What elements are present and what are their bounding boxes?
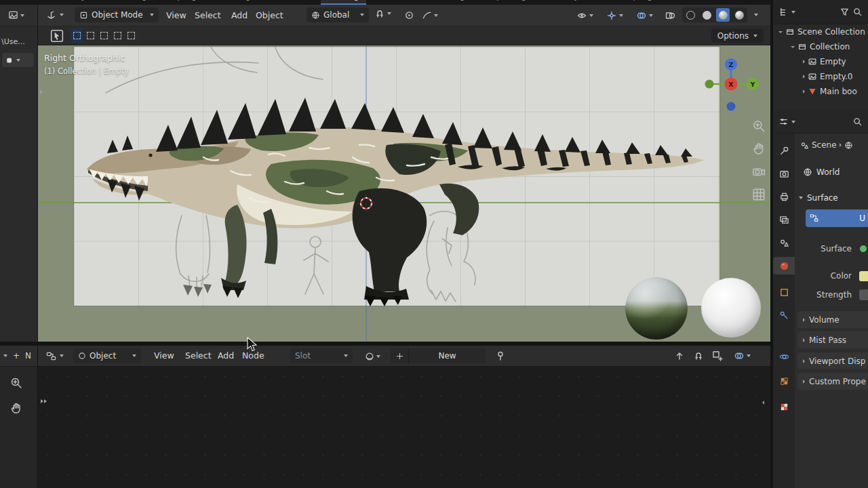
collapse-region-arrow[interactable] bbox=[762, 401, 764, 405]
outliner-row-main-body[interactable]: Main boo bbox=[773, 84, 868, 99]
add-material-button[interactable] bbox=[391, 348, 409, 363]
shader-overlays-dropdown[interactable] bbox=[734, 350, 751, 361]
outliner-row-empty[interactable]: Empty bbox=[773, 54, 868, 69]
tab-modifiers[interactable] bbox=[773, 306, 795, 324]
camera-view-icon[interactable] bbox=[751, 164, 766, 179]
shading-solid-button[interactable] bbox=[700, 8, 713, 22]
outliner-editor-icon[interactable] bbox=[778, 7, 789, 17]
toggle-xray-button[interactable] bbox=[665, 10, 675, 21]
shader-menu-view[interactable]: View bbox=[151, 346, 178, 366]
tab-scene[interactable] bbox=[773, 234, 795, 251]
editor-divider-vertical[interactable] bbox=[770, 0, 773, 488]
menu-object[interactable]: Object bbox=[252, 5, 287, 26]
shading-wireframe-button[interactable] bbox=[684, 8, 697, 22]
expander-icon[interactable] bbox=[791, 46, 795, 48]
editor-type-dropdown[interactable] bbox=[43, 7, 66, 22]
strength-row[interactable]: Strength bbox=[795, 287, 868, 303]
proportional-editing-toggle[interactable] bbox=[404, 10, 414, 20]
tab-object[interactable] bbox=[773, 283, 795, 301]
shader-editor-type-dropdown[interactable] bbox=[43, 348, 66, 363]
object-visibility-dropdown[interactable] bbox=[576, 10, 593, 21]
tab-compositing[interactable]: Compositing bbox=[472, 0, 534, 5]
shading-rendered-button[interactable] bbox=[732, 8, 746, 22]
tab-uv-editing[interactable]: UV Editing bbox=[204, 0, 258, 5]
panel-custom-properties[interactable]: Custom Prope bbox=[797, 373, 868, 390]
tab-tool[interactable] bbox=[773, 142, 795, 159]
tab-sculpting[interactable]: Sculpting bbox=[154, 0, 203, 5]
tab-render[interactable] bbox=[773, 165, 795, 182]
browse-material-dropdown[interactable] bbox=[365, 352, 380, 361]
tab-geometry-nodes[interactable]: Geometry Nodes bbox=[534, 0, 612, 5]
left-panel-header[interactable] bbox=[0, 5, 37, 26]
tab-modeling[interactable]: Modeling bbox=[105, 0, 154, 5]
snap-dropdown[interactable] bbox=[374, 8, 391, 19]
viewport-canvas[interactable]: Right Orthographic (1) Collection | Empt… bbox=[38, 45, 770, 342]
tab-world[interactable] bbox=[773, 257, 795, 274]
select-mode-invert[interactable] bbox=[111, 28, 124, 43]
pin-icon[interactable] bbox=[495, 350, 506, 361]
show-gizmo-dropdown[interactable] bbox=[606, 10, 623, 21]
pan-hand-icon[interactable] bbox=[751, 141, 766, 156]
new-material-button[interactable]: New bbox=[409, 351, 486, 361]
world-id-selector[interactable]: World bbox=[795, 165, 868, 180]
grid-toggle-icon[interactable] bbox=[751, 187, 766, 202]
panel-volume[interactable]: Volume bbox=[797, 311, 868, 328]
surface-section-header[interactable]: Surface bbox=[795, 190, 868, 205]
editor-divider-horizontal[interactable] bbox=[0, 342, 770, 346]
show-overlays-dropdown[interactable] bbox=[636, 10, 653, 21]
proportional-falloff-dropdown[interactable] bbox=[422, 10, 438, 20]
parent-node-icon[interactable] bbox=[674, 350, 685, 361]
select-mode-new[interactable] bbox=[71, 28, 83, 43]
expander-icon[interactable] bbox=[803, 89, 805, 94]
tab-shading[interactable]: Shading bbox=[321, 0, 366, 5]
search-icon[interactable] bbox=[852, 7, 863, 17]
breadcrumb-scene[interactable]: Scene bbox=[812, 140, 837, 150]
tab-texture[interactable] bbox=[773, 398, 795, 415]
gizmo-y-negative[interactable] bbox=[705, 80, 714, 89]
outliner-row-collection[interactable]: Collection bbox=[773, 39, 868, 54]
snap-node-icon[interactable] bbox=[693, 350, 704, 361]
select-mode-subtract[interactable] bbox=[98, 28, 111, 43]
toolbar-expand-arrow[interactable] bbox=[40, 90, 43, 94]
shader-type-dropdown[interactable]: Object bbox=[73, 348, 141, 363]
shading-material-preview-button[interactable] bbox=[716, 8, 730, 22]
tab-scripting[interactable]: Scripting bbox=[612, 0, 660, 5]
strength-field[interactable] bbox=[859, 289, 868, 300]
tab-output[interactable] bbox=[773, 188, 795, 205]
tab-object-data[interactable] bbox=[773, 372, 795, 390]
color-row[interactable]: Color bbox=[795, 268, 868, 284]
brush-dropdown[interactable] bbox=[2, 53, 34, 67]
tab-view-layer[interactable] bbox=[773, 211, 795, 228]
search-icon[interactable] bbox=[852, 117, 863, 127]
expander-icon[interactable] bbox=[778, 31, 783, 33]
mode-dropdown[interactable]: Object Mode bbox=[75, 7, 159, 22]
left-bottom-header[interactable]: + N bbox=[0, 346, 37, 367]
dinosaur-model[interactable] bbox=[68, 83, 719, 306]
tab-texture-paint[interactable]: Texture Paint bbox=[258, 0, 321, 5]
options-dropdown[interactable]: Options bbox=[711, 28, 764, 43]
color-swatch[interactable] bbox=[859, 271, 868, 281]
panel-mist-pass[interactable]: Mist Pass bbox=[797, 331, 868, 348]
zoom-icon[interactable] bbox=[9, 376, 23, 390]
active-tool-icon[interactable] bbox=[50, 29, 64, 43]
tab-animation[interactable]: Animation bbox=[366, 0, 419, 5]
zoom-icon[interactable] bbox=[751, 119, 766, 134]
expander-icon[interactable] bbox=[803, 60, 805, 64]
panel-viewport-display[interactable]: Viewport Disp bbox=[797, 352, 868, 369]
expand-region-arrows[interactable] bbox=[41, 399, 47, 403]
outliner-row-scene-collection[interactable]: Scene Collection bbox=[773, 24, 868, 39]
gizmo-z-negative[interactable] bbox=[727, 102, 736, 111]
menu-add[interactable]: Add bbox=[228, 5, 251, 26]
menu-view[interactable]: View bbox=[163, 5, 190, 26]
transform-orientation-dropdown[interactable]: Global bbox=[307, 7, 369, 22]
select-mode-extend[interactable] bbox=[84, 28, 97, 43]
tab-layout[interactable]: Layout bbox=[65, 0, 105, 5]
snap-grid-icon[interactable] bbox=[712, 350, 723, 361]
material-slot-dropdown[interactable]: Slot bbox=[290, 348, 353, 363]
shader-node-canvas[interactable] bbox=[38, 367, 770, 488]
filter-icon[interactable] bbox=[840, 7, 850, 17]
expander-icon[interactable] bbox=[803, 75, 805, 79]
shading-options-chevron[interactable] bbox=[754, 14, 758, 16]
properties-editor-icon[interactable] bbox=[778, 117, 789, 127]
shader-menu-select[interactable]: Select bbox=[182, 346, 215, 366]
